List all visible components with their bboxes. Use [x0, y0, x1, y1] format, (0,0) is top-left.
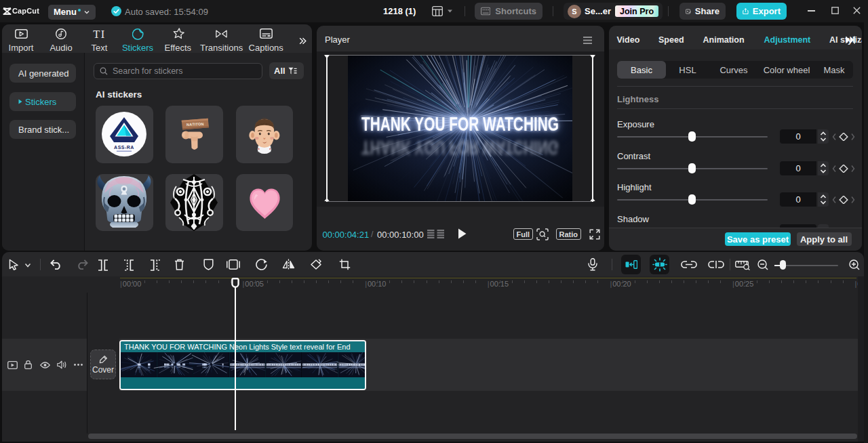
svg-text:ASS-RA: ASS-RA [114, 145, 134, 150]
svg-text:NATITON: NATITON [186, 122, 204, 127]
